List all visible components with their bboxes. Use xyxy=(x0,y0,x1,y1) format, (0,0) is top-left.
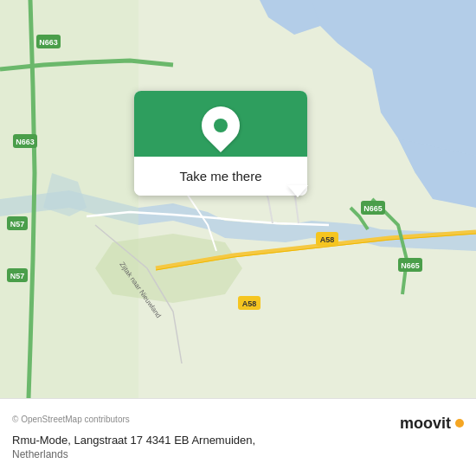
svg-text:N665: N665 xyxy=(363,204,383,213)
address-block: Rmu-Mode, Langstraat 17 4341 EB Arnemuid… xyxy=(12,433,464,460)
svg-text:A58: A58 xyxy=(320,235,335,244)
footer-top-row: © OpenStreetMap contributors moovit xyxy=(12,415,464,433)
moovit-brand-text: moovit xyxy=(400,415,451,433)
svg-text:N57: N57 xyxy=(10,220,25,228)
address-line2: Netherlands xyxy=(12,448,464,460)
svg-text:N663: N663 xyxy=(39,38,58,47)
moovit-logo: moovit xyxy=(400,415,464,433)
location-pin-icon xyxy=(194,99,248,152)
footer: © OpenStreetMap contributors moovit Rmu-… xyxy=(0,398,476,476)
take-me-there-button[interactable]: Take me there xyxy=(134,157,307,196)
svg-text:A58: A58 xyxy=(242,299,257,308)
map-view: N663 N663 N57 N57 A58 A58 N665 N665 Zijt… xyxy=(0,0,476,398)
moovit-dot-icon xyxy=(455,419,464,428)
map-attribution: © OpenStreetMap contributors xyxy=(12,415,130,424)
address-line1: Rmu-Mode, Langstraat 17 4341 EB Arnemuid… xyxy=(12,433,464,448)
svg-text:N665: N665 xyxy=(401,261,420,270)
svg-text:N57: N57 xyxy=(10,272,25,280)
popup-icon-background xyxy=(134,91,307,157)
svg-text:N663: N663 xyxy=(16,138,35,146)
popup-tail xyxy=(287,185,308,197)
location-pin-dot xyxy=(214,119,228,132)
location-popup: Take me there xyxy=(134,91,307,196)
